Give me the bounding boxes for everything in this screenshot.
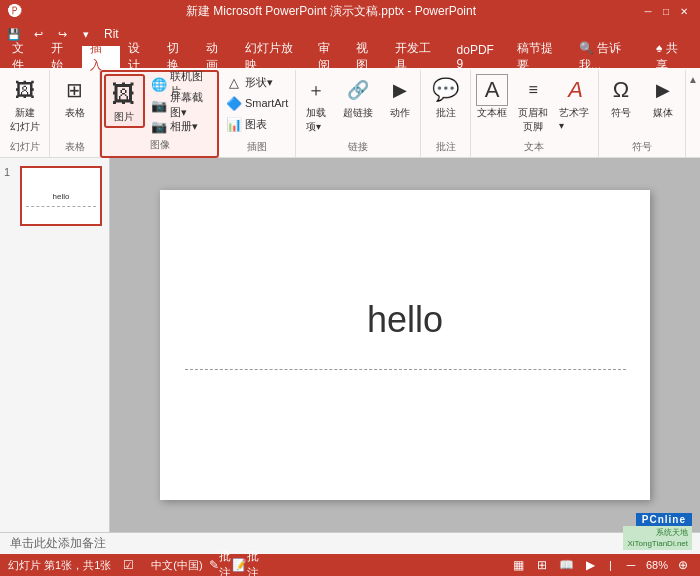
menu-outline[interactable]: 稿节提要: [509, 46, 571, 68]
wordart-button[interactable]: A 艺术字▾: [555, 72, 597, 133]
zoom-separator: |: [609, 559, 612, 571]
addin-button[interactable]: ＋ 加载项▾: [296, 72, 336, 136]
new-slide-label: 新建幻灯片: [10, 106, 40, 134]
action-label: 动作: [390, 106, 410, 120]
ribbon-group-comment: 💬 批注 批注: [421, 70, 471, 158]
menu-home[interactable]: 开始: [43, 46, 82, 68]
slide-thumb-divider: [26, 206, 96, 207]
new-slide-icon: 🖼: [9, 74, 41, 106]
view-reading-button[interactable]: 📖: [557, 556, 575, 574]
header-footer-label: 页眉和页脚: [518, 106, 548, 134]
header-footer-button[interactable]: ≡ 页眉和页脚: [514, 72, 553, 136]
slide-divider: [185, 369, 626, 370]
menu-view[interactable]: 视图: [348, 46, 387, 68]
textbox-button[interactable]: A 文本框: [473, 72, 512, 122]
screenshot-icon: 📷: [151, 97, 167, 113]
notes-label[interactable]: 📝 批注: [237, 556, 255, 574]
menu-animations[interactable]: 动画: [198, 46, 237, 68]
menu-dopdf[interactable]: doPDF 9: [449, 46, 510, 68]
zoom-fit-button[interactable]: ⊕: [674, 556, 692, 574]
symbol-button[interactable]: Ω 符号: [601, 72, 641, 122]
status-right: ▦ ⊞ 📖 ▶ | ─ 68% ⊕: [509, 556, 692, 574]
ribbon-group-text-items: A 文本框 ≡ 页眉和页脚 A 艺术字▾: [473, 72, 597, 138]
main-area: 1 hello hello: [0, 158, 700, 532]
slide-info: 幻灯片 第1张，共1张: [8, 558, 111, 573]
status-left: 幻灯片 第1张，共1张 ☑ 中文(中国) ✎ 批注 📝 批注: [8, 556, 255, 574]
minimize-button[interactable]: ─: [640, 4, 656, 18]
slide-thumb-container: 1 hello: [4, 166, 105, 226]
media-label: 媒体: [653, 106, 673, 120]
shape-icon: △: [226, 74, 242, 90]
smartart-label: SmartArt: [245, 97, 288, 109]
menu-review[interactable]: 审阅: [310, 46, 349, 68]
menu-file[interactable]: 文件: [4, 46, 43, 68]
smartart-button[interactable]: 🔷 SmartArt: [222, 93, 292, 113]
chart-button[interactable]: 📊 图表: [222, 114, 292, 134]
view-normal-button[interactable]: ▦: [509, 556, 527, 574]
ribbon-group-slides-items: 🖼 新建幻灯片: [5, 72, 45, 138]
ribbon-group-image: 🖼 图片 🌐 联机图片 📷 屏幕截图▾ 📷 相册▾: [100, 70, 219, 158]
watermark-top: PCnline: [636, 513, 692, 526]
online-picture-icon: 🌐: [151, 76, 167, 92]
watermark-site-url: XiTongTianDi.net: [627, 539, 688, 548]
maximize-button[interactable]: □: [658, 4, 674, 18]
slide-thumb-text: hello: [53, 192, 70, 201]
shape-label: 形状▾: [245, 75, 273, 90]
menu-transitions[interactable]: 切换: [159, 46, 198, 68]
slide-number: 1: [4, 166, 16, 178]
wordart-label: 艺术字▾: [559, 106, 593, 131]
action-button[interactable]: ▶ 动作: [380, 72, 420, 122]
window-title: 新建 Microsoft PowerPoint 演示文稿.pptx - Powe…: [22, 3, 640, 20]
zoom-out-button[interactable]: ─: [622, 556, 640, 574]
ribbon-group-link-items: ＋ 加载项▾ 🔗 超链接 ▶ 动作: [296, 72, 420, 138]
menu-slideshow[interactable]: 幻灯片放映: [237, 46, 310, 68]
picture-button[interactable]: 🖼 图片: [104, 74, 145, 128]
menu-share[interactable]: ♠ 共享: [648, 46, 696, 68]
ribbon-group-illustration-label: 插图: [247, 140, 267, 156]
table-button[interactable]: ⊞ 表格: [55, 72, 95, 122]
chart-label: 图表: [245, 117, 267, 132]
textbox-icon: A: [476, 74, 508, 106]
ribbon-group-comment-items: 💬 批注: [426, 72, 466, 138]
ribbon-group-table: ⊞ 表格 表格: [50, 70, 100, 158]
comment-button[interactable]: 💬 批注: [426, 72, 466, 122]
view-slideshow-button[interactable]: ▶: [581, 556, 599, 574]
menu-design[interactable]: 设计: [120, 46, 159, 68]
header-footer-icon: ≡: [517, 74, 549, 106]
media-button[interactable]: ▶ 媒体: [643, 72, 683, 122]
symbol-icon: Ω: [605, 74, 637, 106]
comment-label: 批注: [436, 106, 456, 120]
ribbon-collapse[interactable]: ▲: [686, 70, 700, 158]
ribbon-group-link: ＋ 加载项▾ 🔗 超链接 ▶ 动作 链接: [296, 70, 421, 158]
slide-thumbnail[interactable]: hello: [20, 166, 102, 226]
menu-developer[interactable]: 开发工具: [387, 46, 449, 68]
ribbon-group-table-label: 表格: [65, 140, 85, 156]
ribbon-group-symbol-items: Ω 符号 ▶ 媒体: [601, 72, 683, 138]
image-small-buttons: 🌐 联机图片 📷 屏幕截图▾ 📷 相册▾: [147, 74, 216, 136]
comments-label[interactable]: ✎ 批注: [211, 556, 229, 574]
screenshot-button[interactable]: 📷 屏幕截图▾: [147, 95, 216, 115]
hyperlink-button[interactable]: 🔗 超链接: [338, 72, 378, 122]
ribbon-group-text-label: 文本: [524, 140, 544, 156]
ribbon-group-text: A 文本框 ≡ 页眉和页脚 A 艺术字▾ 文本: [471, 70, 599, 158]
smartart-icon: 🔷: [226, 95, 242, 111]
menu-insert[interactable]: 插入: [82, 46, 121, 68]
view-slide-button[interactable]: ⊞: [533, 556, 551, 574]
album-button[interactable]: 📷 相册▾: [147, 116, 216, 136]
chart-icon: 📊: [226, 116, 242, 132]
ribbon-group-image-items: 🖼 图片 🌐 联机图片 📷 屏幕截图▾ 📷 相册▾: [104, 74, 215, 136]
ribbon-group-slides: 🖼 新建幻灯片 幻灯片: [0, 70, 50, 158]
table-icon: ⊞: [59, 74, 91, 106]
new-slide-button[interactable]: 🖼 新建幻灯片: [5, 72, 45, 136]
menu-search[interactable]: 🔍 告诉我...: [571, 46, 648, 68]
slide-canvas[interactable]: hello: [160, 190, 650, 500]
shape-button[interactable]: △ 形状▾: [222, 72, 292, 92]
watermark-bottom: 系统天地 XiTongTianDi.net: [623, 526, 692, 550]
close-button[interactable]: ✕: [676, 4, 692, 18]
status-icon-accessibility[interactable]: ☑: [119, 556, 137, 574]
ribbon-group-illustration-items: △ 形状▾ 🔷 SmartArt 📊 图表: [222, 72, 292, 138]
symbol-label: 符号: [611, 106, 631, 120]
addin-label: 加载项▾: [306, 106, 326, 134]
zoom-level: 68%: [646, 559, 668, 571]
notes-bar[interactable]: 单击此处添加备注: [0, 532, 700, 554]
